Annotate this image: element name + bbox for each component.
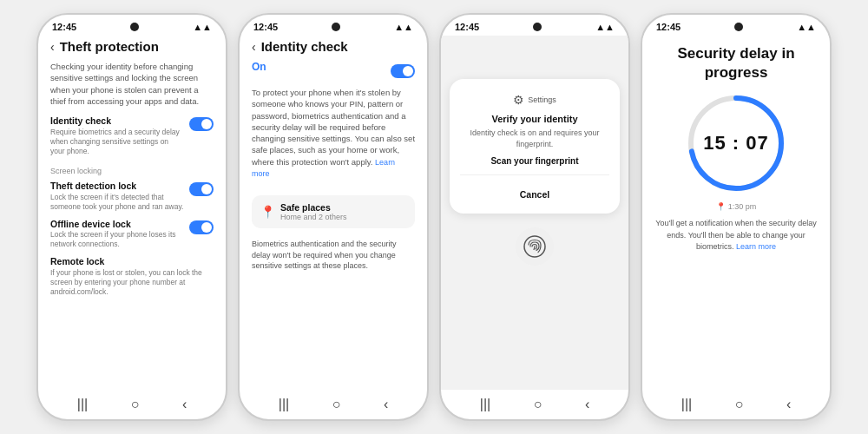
settings-label: Settings <box>528 95 556 104</box>
nav-home-2[interactable]: ○ <box>332 397 341 412</box>
identity-toggle[interactable] <box>391 64 415 78</box>
identity-check-toggle[interactable] <box>189 117 214 131</box>
fingerprint-area <box>516 227 554 266</box>
divider <box>460 174 609 175</box>
camera-2 <box>332 23 340 31</box>
screen-1: ‹ Theft protection Checking your identit… <box>38 36 226 390</box>
time-1: 12:45 <box>52 22 76 32</box>
scan-text: Scan your fingerprint <box>490 156 578 166</box>
status-bar-3: 12:45 ▲▲ <box>441 15 628 36</box>
nav-home-1[interactable]: ○ <box>131 397 140 412</box>
nav-home-4[interactable]: ○ <box>735 397 744 412</box>
delay-info: You'll get a notification when the secur… <box>654 218 818 253</box>
theft-detection-item: Theft detection lock Lock the screen if … <box>50 181 214 212</box>
screen-4: Security delay in progress 15 : 07 📍 1:3… <box>642 36 830 390</box>
time-3: 12:45 <box>455 22 479 32</box>
delay-title: Security delay in progress <box>677 44 794 82</box>
camera-3 <box>533 23 542 31</box>
settings-row: ⚙ Settings <box>513 93 556 107</box>
page-title-1: Theft protection <box>60 39 159 54</box>
safe-places-box[interactable]: 📍 Safe places Home and 2 others <box>252 195 415 228</box>
cancel-button[interactable]: Cancel <box>520 189 549 200</box>
theft-detection-sub: Lock the screen if it's detected that so… <box>50 193 184 212</box>
page-desc-2: To protect your phone when it's stolen b… <box>252 87 415 180</box>
nav-back-3[interactable]: ‹ <box>585 397 589 412</box>
identity-check-item: Identity check Require biometrics and a … <box>50 115 214 156</box>
settings-icon: ⚙ <box>513 93 524 107</box>
nav-menu-3[interactable]: ||| <box>480 397 490 412</box>
signal-icons-2: ▲▲ <box>394 22 413 32</box>
nav-row-2: ‹ Identity check <box>252 39 415 54</box>
nav-bar-4: ||| ○ ‹ <box>642 390 830 419</box>
remote-lock-sub: If your phone is lost or stolen, you can… <box>50 268 214 297</box>
status-bar-2: 12:45 ▲▲ <box>240 15 427 36</box>
nav-back-4[interactable]: ‹ <box>786 397 791 412</box>
phone-3: 12:45 ▲▲ ⚙ Settings Verify your identity… <box>439 13 630 421</box>
nav-menu-2[interactable]: ||| <box>279 397 289 412</box>
phone-1: 12:45 ▲▲ ‹ Theft protection Checking you… <box>36 13 227 421</box>
screen-3: ⚙ Settings Verify your identity Identity… <box>441 36 628 390</box>
signal-icons-1: ▲▲ <box>193 22 212 32</box>
signal-icons-4: ▲▲ <box>797 22 816 32</box>
screen-2: ‹ Identity check On To protect your phon… <box>240 36 427 390</box>
nav-bar-2: ||| ○ ‹ <box>240 390 427 419</box>
verify-box: ⚙ Settings Verify your identity Identity… <box>450 79 620 214</box>
back-button-2[interactable]: ‹ <box>252 40 256 54</box>
time-2: 12:45 <box>253 22 278 32</box>
signal-icons-3: ▲▲ <box>595 22 615 32</box>
nav-bar-1: ||| ○ ‹ <box>38 390 226 419</box>
nav-home-3[interactable]: ○ <box>534 397 542 412</box>
nav-bar-3: ||| ○ ‹ <box>441 390 628 419</box>
verify-title: Verify your identity <box>491 114 577 124</box>
section-label-1: Screen locking <box>50 167 214 175</box>
identity-check-sub: Require biometrics and a security delay … <box>50 128 184 156</box>
offline-lock-sub: Lock the screen if your phone loses its … <box>50 230 184 249</box>
remote-lock-item: Remote lock If your phone is lost or sto… <box>50 256 214 297</box>
location-icon: 📍 <box>260 205 275 219</box>
safe-places-title: Safe places <box>280 202 347 213</box>
phone-4: 12:45 ▲▲ Security delay in progress 15 :… <box>641 13 832 421</box>
phone-2: 12:45 ▲▲ ‹ Identity check On To protect … <box>238 13 429 421</box>
safe-places-desc: Biometrics authentication and the securi… <box>252 239 415 272</box>
time-subtitle: 📍 1:30 pm <box>716 202 757 211</box>
on-badge: On <box>252 61 266 73</box>
theft-detection-label: Theft detection lock <box>50 181 184 193</box>
nav-back-1[interactable]: ‹ <box>182 397 187 412</box>
nav-menu-1[interactable]: ||| <box>77 397 88 412</box>
status-bar-1: 12:45 ▲▲ <box>38 15 226 36</box>
safe-places-sub: Home and 2 others <box>280 213 347 221</box>
remote-lock-label: Remote lock <box>50 256 214 268</box>
theft-detection-toggle[interactable] <box>189 182 214 196</box>
camera-1 <box>130 23 139 31</box>
learn-more-4[interactable]: Learn more <box>736 242 776 251</box>
verify-desc: Identity check is on and requires your f… <box>460 128 609 149</box>
identity-check-label: Identity check <box>50 115 184 128</box>
offline-lock-toggle[interactable] <box>189 220 214 234</box>
page-title-2: Identity check <box>261 39 348 54</box>
timer-display: 15 : 07 <box>703 132 769 155</box>
offline-lock-label: Offline device lock <box>50 219 184 231</box>
nav-menu-4[interactable]: ||| <box>681 397 692 412</box>
offline-lock-item: Offline device lock Lock the screen if y… <box>50 219 214 250</box>
page-desc-1: Checking your identity before changing s… <box>50 61 214 107</box>
timer-circle: 15 : 07 <box>684 91 788 195</box>
nav-back-2[interactable]: ‹ <box>384 397 388 412</box>
back-button-1[interactable]: ‹ <box>50 40 55 54</box>
time-4: 12:45 <box>656 22 681 32</box>
toggle-row-2: On <box>252 61 415 80</box>
camera-4 <box>734 23 743 31</box>
status-bar-4: 12:45 ▲▲ <box>642 15 830 36</box>
fingerprint-icon[interactable] <box>516 227 554 266</box>
safe-places-row: 📍 Safe places Home and 2 others <box>260 202 406 221</box>
nav-row-1: ‹ Theft protection <box>50 39 214 54</box>
